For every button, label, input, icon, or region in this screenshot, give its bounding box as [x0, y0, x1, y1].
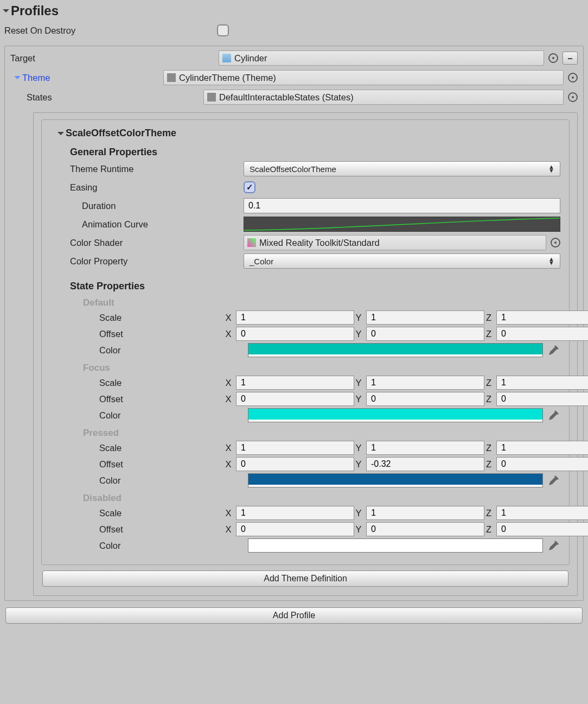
- state-disabled-header: Disabled: [83, 493, 560, 504]
- axis-z-label: Z: [484, 508, 493, 518]
- axis-z-label: Z: [484, 443, 493, 453]
- disabled-scale-y-input[interactable]: [366, 506, 484, 520]
- reset-on-destroy-checkbox[interactable]: [217, 24, 229, 36]
- disabled-scale-z-input[interactable]: [496, 506, 588, 520]
- states-label: States: [10, 92, 203, 103]
- color-property-dropdown[interactable]: _Color ▲▼: [244, 253, 560, 269]
- disabled-offset-label: Offset: [70, 524, 224, 535]
- eyedropper-icon[interactable]: [547, 344, 560, 357]
- disabled-color-swatch[interactable]: [248, 538, 543, 553]
- animation-curve-label: Animation Curve: [82, 219, 244, 230]
- asset-icon: [167, 73, 176, 82]
- focus-offset-x-input[interactable]: [236, 392, 354, 406]
- asset-icon: [207, 93, 216, 102]
- default-color-swatch[interactable]: [248, 343, 543, 357]
- pressed-scale-label: Scale: [70, 443, 224, 453]
- profiles-foldout-icon[interactable]: [3, 9, 9, 12]
- reset-on-destroy-label: Reset On Destroy: [4, 26, 217, 36]
- axis-y-label: Y: [354, 524, 363, 535]
- disabled-scale-label: Scale: [70, 508, 224, 518]
- disabled-scale-x-input[interactable]: [236, 506, 354, 520]
- theme-object-picker-icon[interactable]: [568, 73, 578, 83]
- duration-input[interactable]: [244, 198, 560, 213]
- theme-foldout-icon[interactable]: [14, 76, 21, 79]
- theme-def-title: ScaleOffsetColorTheme: [66, 128, 176, 139]
- eyedropper-icon[interactable]: [547, 539, 560, 552]
- pressed-scale-y-input[interactable]: [366, 441, 484, 455]
- eyedropper-icon[interactable]: [547, 474, 560, 487]
- disabled-offset-x-input[interactable]: [236, 522, 354, 536]
- default-offset-z-input[interactable]: [496, 327, 588, 341]
- add-profile-button[interactable]: Add Profile: [5, 607, 583, 624]
- color-shader-value: Mixed Reality Toolkit/Standard: [259, 238, 380, 248]
- disabled-offset-z-input[interactable]: [496, 522, 588, 536]
- axis-x-label: X: [224, 378, 233, 388]
- gameobject-icon: [222, 54, 231, 62]
- default-offset-label: Offset: [70, 329, 224, 339]
- default-scale-z-input[interactable]: [496, 310, 588, 325]
- axis-x-label: X: [224, 459, 233, 470]
- axis-z-label: Z: [484, 524, 493, 535]
- chevron-updown-icon: ▲▼: [548, 257, 554, 265]
- focus-offset-y-input[interactable]: [366, 392, 484, 406]
- states-object-field[interactable]: DefaultInteractableStates (States): [203, 90, 564, 105]
- disabled-offset-y-input[interactable]: [366, 522, 484, 536]
- color-property-value: _Color: [250, 257, 273, 266]
- pressed-offset-y-input[interactable]: [366, 457, 484, 471]
- states-object-picker-icon[interactable]: [568, 92, 578, 102]
- color-property-label: Color Property: [70, 256, 244, 267]
- default-offset-y-input[interactable]: [366, 327, 484, 341]
- duration-label: Duration: [82, 201, 244, 211]
- eyedropper-icon[interactable]: [547, 409, 560, 422]
- focus-color-label: Color: [70, 410, 244, 421]
- add-theme-definition-button[interactable]: Add Theme Definition: [42, 570, 568, 587]
- axis-x-label: X: [224, 524, 233, 535]
- pressed-scale-z-input[interactable]: [496, 441, 588, 455]
- state-pressed-header: Pressed: [83, 428, 560, 439]
- easing-label: Easing: [70, 182, 244, 193]
- focus-scale-z-input[interactable]: [496, 376, 588, 390]
- axis-y-label: Y: [354, 329, 363, 339]
- color-shader-field[interactable]: Mixed Reality Toolkit/Standard: [244, 235, 546, 250]
- default-offset-x-input[interactable]: [236, 327, 354, 341]
- axis-x-label: X: [224, 443, 233, 453]
- axis-z-label: Z: [484, 459, 493, 470]
- remove-profile-button[interactable]: –: [563, 52, 578, 65]
- axis-x-label: X: [224, 394, 233, 404]
- pressed-color-swatch[interactable]: [248, 473, 543, 487]
- default-scale-label: Scale: [70, 313, 224, 323]
- theme-runtime-dropdown[interactable]: ScaleOffsetColorTheme ▲▼: [244, 161, 560, 176]
- color-shader-picker-icon[interactable]: [551, 238, 560, 248]
- pressed-offset-x-input[interactable]: [236, 457, 354, 471]
- axis-y-label: Y: [354, 443, 363, 453]
- chevron-updown-icon: ▲▼: [548, 165, 554, 173]
- target-object-picker-icon[interactable]: [548, 53, 558, 63]
- default-color-label: Color: [70, 345, 244, 356]
- pressed-offset-label: Offset: [70, 459, 224, 470]
- axis-x-label: X: [224, 508, 233, 518]
- axis-z-label: Z: [484, 329, 493, 339]
- animation-curve-field[interactable]: [244, 217, 560, 232]
- pressed-offset-z-input[interactable]: [496, 457, 588, 471]
- shader-icon: [247, 238, 256, 247]
- pressed-color-label: Color: [70, 475, 244, 486]
- focus-offset-label: Offset: [70, 394, 224, 404]
- focus-scale-y-input[interactable]: [366, 376, 484, 390]
- default-scale-x-input[interactable]: [236, 310, 354, 325]
- focus-scale-label: Scale: [70, 378, 224, 388]
- axis-y-label: Y: [354, 508, 363, 518]
- theme-def-foldout-icon[interactable]: [57, 132, 64, 135]
- default-scale-y-input[interactable]: [366, 310, 484, 325]
- target-object-field[interactable]: Cylinder: [219, 50, 544, 66]
- easing-checkbox[interactable]: [244, 181, 255, 193]
- state-focus-header: Focus: [83, 363, 560, 373]
- focus-offset-z-input[interactable]: [496, 392, 588, 406]
- pressed-scale-x-input[interactable]: [236, 441, 354, 455]
- theme-label[interactable]: Theme: [22, 73, 163, 83]
- target-value: Cylinder: [234, 53, 267, 64]
- focus-scale-x-input[interactable]: [236, 376, 354, 390]
- state-properties-header: State Properties: [70, 281, 560, 292]
- focus-color-swatch[interactable]: [248, 408, 543, 422]
- axis-y-label: Y: [354, 378, 363, 388]
- theme-object-field[interactable]: CylinderTheme (Theme): [163, 70, 564, 85]
